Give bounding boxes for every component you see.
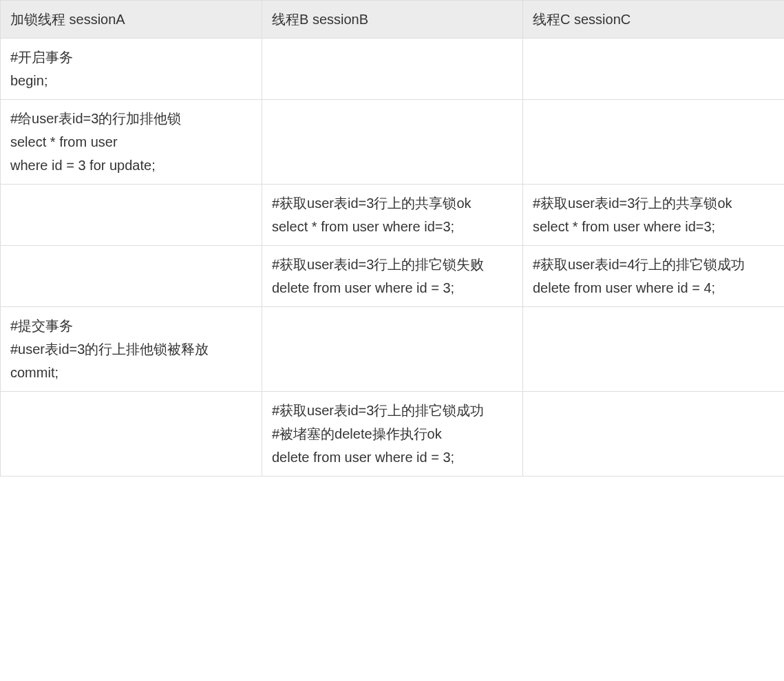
cell-content: #获取user表id=3行上的排它锁失败 delete from user wh… xyxy=(272,257,484,295)
table-row: #开启事务 begin; xyxy=(1,39,785,100)
cell-session-c xyxy=(523,392,785,476)
cell-session-b: #获取user表id=3行上的排它锁成功 #被堵塞的delete操作执行ok d… xyxy=(262,392,523,476)
cell-session-a: #提交事务 #user表id=3的行上排他锁被释放 commit; xyxy=(1,307,262,392)
cell-content: #给user表id=3的行加排他锁 select * from user whe… xyxy=(10,111,181,173)
cell-session-c xyxy=(523,100,785,185)
cell-session-a: #开启事务 begin; xyxy=(1,39,262,100)
header-label: 线程C sessionC xyxy=(533,12,631,27)
cell-session-c xyxy=(523,307,785,392)
cell-session-b xyxy=(262,307,523,392)
cell-session-c: #获取user表id=3行上的共享锁ok select * from user … xyxy=(523,185,785,246)
cell-session-a xyxy=(1,392,262,476)
table-row: #给user表id=3的行加排他锁 select * from user whe… xyxy=(1,100,785,185)
cell-session-b: #获取user表id=3行上的排它锁失败 delete from user wh… xyxy=(262,246,523,307)
cell-session-a xyxy=(1,185,262,246)
cell-content: #获取user表id=3行上的共享锁ok select * from user … xyxy=(272,196,472,234)
table-row: #获取user表id=3行上的排它锁成功 #被堵塞的delete操作执行ok d… xyxy=(1,392,785,476)
session-lock-table: 加锁线程 sessionA 线程B sessionB 线程C sessionC … xyxy=(0,0,784,476)
cell-content: #开启事务 begin; xyxy=(10,50,73,88)
table-row: #获取user表id=3行上的排它锁失败 delete from user wh… xyxy=(1,246,785,307)
cell-session-c: #获取user表id=4行上的排它锁成功 delete from user wh… xyxy=(523,246,785,307)
cell-content: #获取user表id=3行上的共享锁ok select * from user … xyxy=(533,196,732,234)
table-header-row: 加锁线程 sessionA 线程B sessionB 线程C sessionC xyxy=(1,1,785,39)
header-session-c: 线程C sessionC xyxy=(523,1,785,39)
table-row: #提交事务 #user表id=3的行上排他锁被释放 commit; xyxy=(1,307,785,392)
cell-content: #提交事务 #user表id=3的行上排他锁被释放 commit; xyxy=(10,318,209,380)
header-label: 线程B sessionB xyxy=(272,12,368,27)
cell-content: #获取user表id=4行上的排它锁成功 delete from user wh… xyxy=(533,257,745,295)
cell-session-b xyxy=(262,100,523,185)
cell-session-a xyxy=(1,246,262,307)
cell-session-c xyxy=(523,39,785,100)
cell-session-b: #获取user表id=3行上的共享锁ok select * from user … xyxy=(262,185,523,246)
table-row: #获取user表id=3行上的共享锁ok select * from user … xyxy=(1,185,785,246)
cell-session-b xyxy=(262,39,523,100)
header-session-b: 线程B sessionB xyxy=(262,1,523,39)
cell-session-a: #给user表id=3的行加排他锁 select * from user whe… xyxy=(1,100,262,185)
header-label: 加锁线程 sessionA xyxy=(10,12,125,27)
cell-content: #获取user表id=3行上的排它锁成功 #被堵塞的delete操作执行ok d… xyxy=(272,403,484,465)
header-session-a: 加锁线程 sessionA xyxy=(1,1,262,39)
